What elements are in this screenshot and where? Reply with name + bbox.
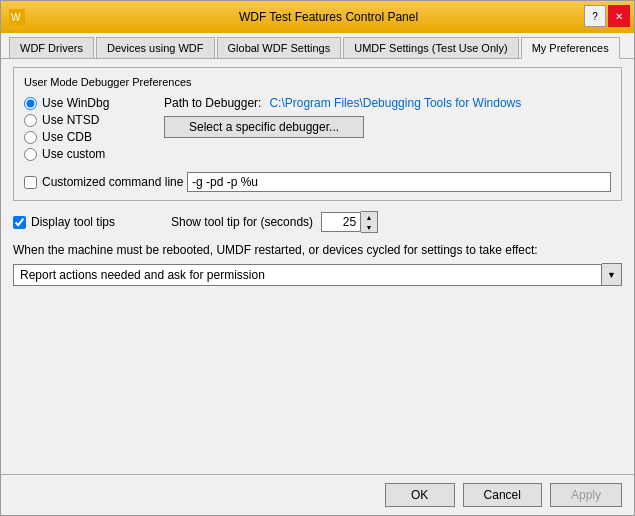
tab-bar: WDF Drivers Devices using WDF Global WDF… bbox=[1, 33, 634, 59]
title-bar: W WDF Test Features Control Panel ? ✕ bbox=[1, 1, 634, 33]
spinner-up-button[interactable]: ▲ bbox=[361, 212, 377, 222]
window-title: WDF Test Features Control Panel bbox=[31, 10, 626, 24]
cmd-row: Customized command line bbox=[24, 172, 611, 192]
select-debugger-button[interactable]: Select a specific debugger... bbox=[164, 116, 364, 138]
svg-text:W: W bbox=[11, 12, 21, 23]
radio-custom[interactable] bbox=[24, 148, 37, 161]
apply-button[interactable]: Apply bbox=[550, 483, 622, 507]
radio-windbg-label: Use WinDbg bbox=[42, 96, 109, 110]
path-value: C:\Program Files\Debugging Tools for Win… bbox=[269, 96, 521, 110]
reboot-label: When the machine must be rebooted, UMDF … bbox=[13, 243, 622, 257]
spinner-buttons: ▲ ▼ bbox=[361, 211, 378, 233]
tooltip-checkbox[interactable] bbox=[13, 216, 26, 229]
tab-umdf-settings[interactable]: UMDF Settings (Test Use Only) bbox=[343, 37, 518, 58]
reboot-section: When the machine must be rebooted, UMDF … bbox=[13, 243, 622, 286]
radio-ntsd[interactable] bbox=[24, 114, 37, 127]
tab-global-wdf-settings[interactable]: Global WDF Settings bbox=[217, 37, 342, 58]
tab-wdf-drivers[interactable]: WDF Drivers bbox=[9, 37, 94, 58]
radio-windbg-row: Use WinDbg bbox=[24, 96, 144, 110]
spinner-wrapper: ▲ ▼ bbox=[321, 211, 378, 233]
spinner-input[interactable] bbox=[321, 212, 361, 232]
radio-custom-row: Use custom bbox=[24, 147, 144, 161]
cmd-input[interactable] bbox=[187, 172, 611, 192]
radio-column: Use WinDbg Use NTSD Use CDB Use custom bbox=[24, 96, 144, 164]
tab-devices-using-wdf[interactable]: Devices using WDF bbox=[96, 37, 215, 58]
cmd-label: Customized command line bbox=[42, 175, 187, 189]
cmd-checkbox[interactable] bbox=[24, 176, 37, 189]
app-icon: W bbox=[9, 9, 25, 25]
debugger-right-column: Path to Debugger: C:\Program Files\Debug… bbox=[164, 96, 611, 138]
title-bar-buttons: ? ✕ bbox=[584, 5, 630, 27]
tooltip-label: Display tool tips bbox=[31, 215, 151, 229]
reboot-dropdown[interactable]: Report actions needed and ask for permis… bbox=[13, 264, 602, 286]
spinner-down-button[interactable]: ▼ bbox=[361, 222, 377, 232]
tooltip-seconds-label: Show tool tip for (seconds) bbox=[171, 215, 313, 229]
radio-ntsd-label: Use NTSD bbox=[42, 113, 99, 127]
radio-cdb[interactable] bbox=[24, 131, 37, 144]
debugger-group-box: User Mode Debugger Preferences Use WinDb… bbox=[13, 67, 622, 201]
help-button[interactable]: ? bbox=[584, 5, 606, 27]
group-label: User Mode Debugger Preferences bbox=[24, 76, 611, 88]
radio-cdb-label: Use CDB bbox=[42, 130, 92, 144]
ok-button[interactable]: OK bbox=[385, 483, 455, 507]
radio-ntsd-row: Use NTSD bbox=[24, 113, 144, 127]
cancel-button[interactable]: Cancel bbox=[463, 483, 542, 507]
button-bar: OK Cancel Apply bbox=[1, 474, 634, 515]
close-button[interactable]: ✕ bbox=[608, 5, 630, 27]
tab-my-preferences[interactable]: My Preferences bbox=[521, 37, 620, 59]
path-label: Path to Debugger: bbox=[164, 96, 261, 110]
tooltip-row: Display tool tips Show tool tip for (sec… bbox=[13, 211, 622, 233]
main-content: User Mode Debugger Preferences Use WinDb… bbox=[1, 59, 634, 474]
radio-cdb-row: Use CDB bbox=[24, 130, 144, 144]
debugger-section: Use WinDbg Use NTSD Use CDB Use custom bbox=[24, 96, 611, 164]
main-window: W WDF Test Features Control Panel ? ✕ WD… bbox=[0, 0, 635, 516]
dropdown-wrapper: Report actions needed and ask for permis… bbox=[13, 263, 622, 286]
radio-windbg[interactable] bbox=[24, 97, 37, 110]
radio-custom-label: Use custom bbox=[42, 147, 105, 161]
dropdown-arrow-icon[interactable]: ▼ bbox=[602, 263, 622, 286]
path-row: Path to Debugger: C:\Program Files\Debug… bbox=[164, 96, 611, 110]
